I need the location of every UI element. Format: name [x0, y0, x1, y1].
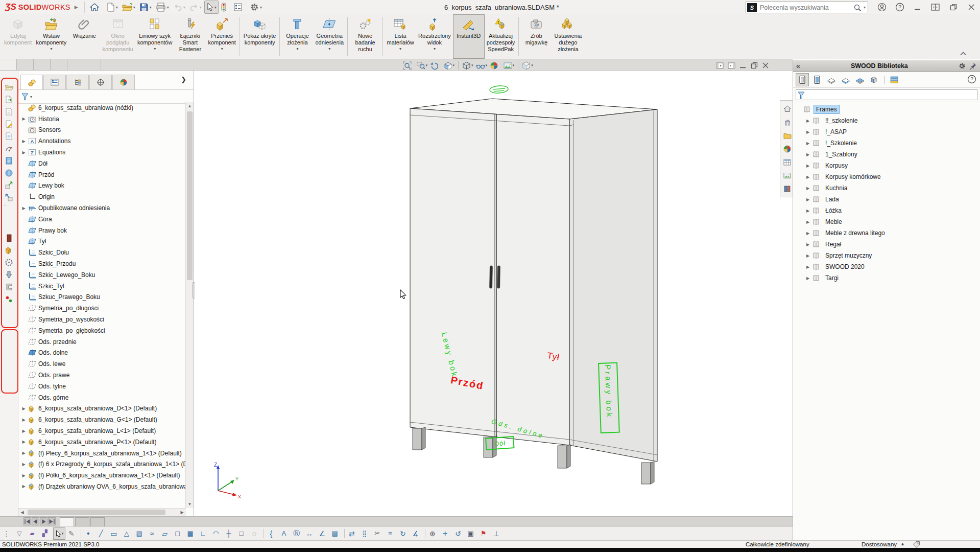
tree-item[interactable]: ▶ Szkic_Lewego_Boku — [18, 269, 186, 281]
expand-arrow-icon[interactable]: ▶ — [20, 418, 27, 422]
pin-tool-button[interactable]: ⊥▾ — [492, 528, 503, 539]
axis-tool-button[interactable]: ┼▾ — [224, 528, 235, 539]
large-assembly-settings-button[interactable]: Ustawienia dużego złożenia ▾ — [552, 14, 584, 59]
expand-arrow-icon[interactable]: ▶ — [804, 130, 811, 134]
corner-connection-button[interactable] — [868, 74, 880, 86]
library-item[interactable]: ▶ SWOOD 2020 — [793, 261, 980, 272]
viewport-close-button[interactable] — [762, 62, 769, 69]
take-snapshot-button[interactable]: Zrób migawkę ▾ — [520, 14, 552, 59]
expand-arrow-icon[interactable]: ▶ — [20, 150, 27, 155]
status-up-arrow-icon[interactable]: ▲ — [900, 541, 905, 546]
edit-component-button[interactable]: Edytuj komponent ▾ — [2, 14, 34, 59]
minimize-button[interactable] — [909, 0, 926, 14]
mirror-tool-button[interactable]: ⇄▾ — [347, 528, 358, 539]
sketch-tool-a-button[interactable]: ▰▾ — [28, 528, 39, 539]
taskpane-folder-tab[interactable] — [781, 129, 793, 142]
tree-item[interactable]: ▶ 6_korpus_szafa_ubraniowa_P<1> (Default… — [18, 436, 186, 448]
flag-tool-button[interactable]: ⚑▾ — [479, 528, 490, 539]
tab-uwaga[interactable] — [51, 59, 67, 70]
pane-settings-gear-icon[interactable] — [959, 62, 966, 70]
measure-tool-button[interactable]: ∡▾ — [411, 528, 422, 539]
expand-arrow-icon[interactable]: ▶ — [20, 429, 27, 433]
close-button[interactable] — [962, 0, 980, 14]
instant3d-button[interactable]: Instant3D ▾ — [453, 14, 485, 59]
dimxpertmanager-tab[interactable] — [89, 75, 112, 89]
library-frames[interactable]: ▶ Frames — [793, 104, 980, 115]
library-item[interactable]: ▶ 1_Szablony — [793, 149, 980, 160]
point-tool-button[interactable]: •▾ — [84, 528, 95, 539]
library-item[interactable]: ▶ Targi — [793, 272, 980, 284]
tree-item[interactable]: ▶ Ods. dolne — [18, 348, 186, 359]
expand-arrow-icon[interactable]: ▶ — [20, 451, 27, 455]
expand-arrow-icon[interactable]: ▶ — [804, 220, 811, 224]
expand-arrow-icon[interactable]: ▶ — [20, 440, 27, 444]
spline-tool-button[interactable]: ≈▾ — [148, 528, 159, 539]
swood-material-button[interactable] — [3, 244, 15, 256]
lasso-tool-button[interactable]: ◌▾ — [250, 528, 261, 539]
redo-button[interactable]: ▾ — [188, 1, 203, 13]
section-view-button[interactable]: ▾ — [443, 61, 456, 70]
bill-of-materials-button[interactable]: Lista materiałów ▾ — [385, 14, 416, 59]
tree-item[interactable]: ▶ Szkuc_Prawego_Boku — [18, 292, 186, 303]
camera-tool-button[interactable]: ▣▾ — [466, 528, 477, 539]
swood-export-button[interactable] — [3, 93, 15, 105]
edit-appearance-button[interactable]: ▾ — [489, 61, 501, 70]
rebuild-button[interactable]: ▾ — [220, 1, 231, 13]
restore-button[interactable] — [944, 0, 962, 14]
tree-item[interactable]: ▶ (f) 6 x Przegrody_6_korpus_szafa_ubran… — [18, 459, 186, 470]
expand-arrow-icon[interactable]: ▶ — [804, 175, 811, 179]
swood-clamp-button[interactable] — [3, 281, 15, 293]
update-speedpak-button[interactable]: ! Aktualizuj podzespoły SpeedPak ▾ — [485, 14, 517, 59]
apply-scene-button[interactable]: ▾ — [503, 61, 515, 70]
scrollbar-thumb[interactable] — [28, 510, 165, 515]
swood-edit-button[interactable] — [3, 118, 15, 130]
plane-tool-button[interactable]: ▱▾ — [160, 528, 172, 539]
library-item[interactable]: ▶ Korpusy — [793, 160, 980, 171]
viewport-3d[interactable]: Lewy bok Przód Tył Prawy bok Ods. dolne … — [195, 71, 780, 516]
expand-arrow-icon[interactable]: ▶ — [20, 117, 27, 121]
tree-item[interactable]: ▶ Symetria_po_głębokości — [18, 325, 186, 336]
panel-flat-button[interactable] — [825, 74, 838, 86]
select-cursor-button[interactable]: ▾ — [204, 1, 219, 14]
linear-component-pattern-button[interactable]: Liniowy szyk komponentów ▾ — [135, 14, 175, 59]
tab-szkic[interactable] — [34, 59, 51, 70]
expand-arrow-icon[interactable]: ▶ — [804, 265, 811, 269]
new-motion-study-button[interactable]: Nowe badanie ruchu ▾ — [349, 14, 381, 59]
expand-arrow-icon[interactable]: ▶ — [20, 473, 27, 478]
panel-front-button[interactable] — [840, 74, 852, 86]
panel-expand-chevron-icon[interactable]: ❯ — [181, 76, 186, 83]
tree-item[interactable]: ▶ (f) Półki_6_korpus_szafa_ubraniowa_1<1… — [18, 470, 186, 481]
tree-item[interactable]: ▶ Ods. prawe — [18, 370, 186, 381]
exploded-view-button[interactable]: Rozstrzelony widok ▾ — [416, 14, 453, 59]
tab-model[interactable] — [60, 517, 74, 526]
box-tool-button[interactable]: ▧▾ — [135, 528, 146, 539]
tree-root[interactable]: ▶ 6_korpus_szafa_ubraniowa (nóżki) — [18, 102, 186, 113]
tree-item[interactable]: ▶ Szkic_Dołu — [18, 247, 186, 258]
ruler-tool-button[interactable]: ▤▾ — [330, 528, 342, 539]
insert-components-button[interactable]: Wstaw komponenty ▾ — [34, 14, 68, 59]
propertymanager-tab[interactable] — [43, 75, 66, 89]
swood-import-button[interactable] — [3, 191, 15, 203]
swood-status-button[interactable] — [3, 293, 15, 305]
rectangle-tool-button[interactable]: ▭▾ — [109, 528, 121, 539]
pencil-tool-button[interactable]: ✎▾ — [67, 528, 78, 539]
component-preview-window-button[interactable]: Okno podglądu komponentu ▾ — [100, 14, 135, 59]
tree-item[interactable]: ▶ Opublikowane odniesienia — [18, 202, 186, 214]
tab-motion-study-1[interactable] — [90, 517, 105, 526]
collapse-pane-icon[interactable]: « — [796, 62, 800, 70]
scrollbar-thumb[interactable] — [187, 111, 193, 280]
expand-arrow-icon[interactable]: ▶ — [20, 406, 27, 411]
tree-item[interactable]: ▶ Ods. lewe — [18, 358, 186, 370]
previous-tab-button[interactable] — [32, 517, 39, 525]
pattern-tool-button[interactable]: ⣿▾ — [360, 528, 371, 539]
arc-tool-button[interactable]: ◠▾ — [211, 528, 223, 539]
tree-item[interactable]: ▶ A Annotations — [18, 135, 186, 147]
zoom-tool-button[interactable]: ⊕▾ — [428, 528, 439, 539]
expand-arrow-icon[interactable]: ▶ — [804, 152, 811, 157]
swood-drill-button[interactable] — [3, 268, 15, 281]
previous-view-button[interactable]: ▾ — [429, 61, 442, 70]
last-tab-button[interactable] — [48, 517, 56, 525]
sketch-tool-b-button[interactable]: ▞▾ — [40, 528, 52, 539]
library-filter-input[interactable] — [796, 89, 977, 100]
scroll-down-icon[interactable]: ▼ — [186, 500, 194, 508]
